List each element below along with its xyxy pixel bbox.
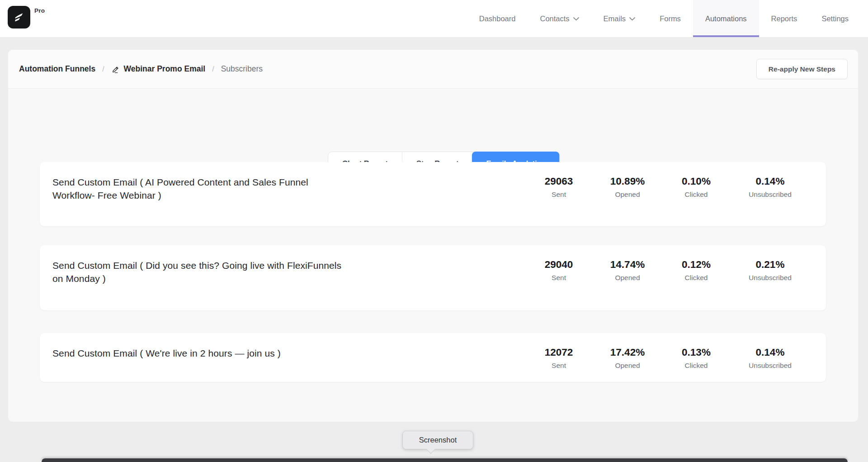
nav-item-settings[interactable]: Settings [809, 0, 861, 37]
stat-clicked: 0.12% Clicked [662, 259, 731, 282]
stat-unsubscribed-label: Unsubscribed [731, 191, 810, 199]
email-analytics-row[interactable]: Send Custom Email ( Did you see this? Go… [40, 245, 826, 310]
stat-sent: 29040 Sent [524, 259, 593, 282]
plan-badge: Pro [34, 7, 45, 14]
stat-sent-label: Sent [524, 191, 593, 199]
stat-sent-value: 29063 [524, 176, 593, 187]
stat-unsubscribed-label: Unsubscribed [731, 274, 810, 282]
nav-label: Settings [821, 14, 849, 23]
breadcrumb-funnel-label: Webinar Promo Email [124, 64, 206, 74]
nav-label: Contacts [540, 14, 569, 23]
email-title: Send Custom Email ( AI Powered Content a… [52, 176, 351, 202]
email-title: Send Custom Email ( Did you see this? Go… [52, 259, 351, 285]
reapply-new-steps-button[interactable]: Re-apply New Steps [756, 59, 848, 79]
screenshot-tooltip: Screenshot [402, 431, 473, 449]
stat-opened-label: Opened [593, 191, 662, 199]
stat-sent-value: 29040 [524, 259, 593, 271]
stat-opened-value: 14.74% [593, 259, 662, 271]
nav-label: Dashboard [479, 14, 516, 23]
email-title: Send Custom Email ( We're live in 2 hour… [52, 347, 351, 360]
email-stats: 12072 Sent 17.42% Opened 0.13% Clicked 0… [524, 347, 810, 370]
nav-item-forms[interactable]: Forms [647, 0, 693, 37]
email-stats: 29040 Sent 14.74% Opened 0.12% Clicked 0… [524, 259, 810, 282]
nav-label: Reports [771, 14, 797, 23]
stat-opened-label: Opened [593, 362, 662, 370]
email-analytics-row[interactable]: Send Custom Email ( AI Powered Content a… [40, 162, 826, 226]
stat-opened-label: Opened [593, 274, 662, 282]
breadcrumb: Automation Funnels / Webinar Promo Email… [19, 64, 263, 74]
screenshot-tooltip-label: Screenshot [419, 436, 457, 444]
stat-sent-label: Sent [524, 362, 593, 370]
breadcrumb-separator: / [102, 65, 104, 73]
pencil-icon[interactable] [111, 65, 120, 74]
stat-opened: 17.42% Opened [593, 347, 662, 370]
stat-unsubscribed-label: Unsubscribed [731, 362, 810, 370]
tooltip-tail [426, 445, 435, 454]
stat-clicked-value: 0.10% [662, 176, 731, 187]
nav-item-contacts[interactable]: Contacts [528, 0, 591, 37]
stat-unsubscribed-value: 0.21% [731, 259, 810, 271]
stat-sent-value: 12072 [524, 347, 593, 358]
nav-label: Emails [604, 14, 626, 23]
breadcrumb-item-automation-funnels[interactable]: Automation Funnels [19, 64, 95, 74]
stat-clicked-label: Clicked [662, 362, 731, 370]
email-analytics-row[interactable]: Send Custom Email ( We're live in 2 hour… [40, 333, 826, 382]
stat-clicked-label: Clicked [662, 274, 731, 282]
main-navigation: Dashboard Contacts Emails Forms Automati… [467, 0, 861, 37]
stat-clicked-label: Clicked [662, 191, 731, 199]
stat-unsubscribed-value: 0.14% [731, 347, 810, 358]
breadcrumb-separator: / [212, 65, 214, 73]
email-stats: 29063 Sent 10.89% Opened 0.10% Clicked 0… [524, 176, 810, 199]
nav-label: Automations [705, 14, 747, 23]
brand-logo[interactable] [8, 6, 30, 29]
chevron-down-icon [573, 17, 579, 21]
background-window-top-edge[interactable] [42, 458, 848, 462]
flexifunnels-flag-icon [12, 10, 26, 24]
stat-sent: 12072 Sent [524, 347, 593, 370]
stat-unsubscribed: 0.14% Unsubscribed [731, 176, 810, 199]
chevron-down-icon [629, 17, 635, 21]
breadcrumb-item-funnel-name[interactable]: Webinar Promo Email [111, 64, 206, 74]
stat-unsubscribed-value: 0.14% [731, 176, 810, 187]
stat-sent: 29063 Sent [524, 176, 593, 199]
stat-clicked-value: 0.13% [662, 347, 731, 358]
nav-item-reports[interactable]: Reports [759, 0, 810, 37]
stat-sent-label: Sent [524, 274, 593, 282]
stat-clicked: 0.13% Clicked [662, 347, 731, 370]
stat-unsubscribed: 0.21% Unsubscribed [731, 259, 810, 282]
panel-header: Automation Funnels / Webinar Promo Email… [8, 50, 858, 89]
stat-opened-value: 17.42% [593, 347, 662, 358]
stat-clicked-value: 0.12% [662, 259, 731, 271]
nav-label: Forms [660, 14, 681, 23]
stat-opened: 10.89% Opened [593, 176, 662, 199]
top-nav-bar: Pro Dashboard Contacts Emails Forms Auto… [0, 0, 868, 37]
stat-clicked: 0.10% Clicked [662, 176, 731, 199]
breadcrumb-item-subscribers[interactable]: Subscribers [221, 64, 263, 74]
stat-opened-value: 10.89% [593, 176, 662, 187]
nav-item-dashboard[interactable]: Dashboard [467, 0, 528, 37]
nav-item-emails[interactable]: Emails [591, 0, 648, 37]
stat-unsubscribed: 0.14% Unsubscribed [731, 347, 810, 370]
stat-opened: 14.74% Opened [593, 259, 662, 282]
nav-item-automations[interactable]: Automations [693, 0, 759, 37]
